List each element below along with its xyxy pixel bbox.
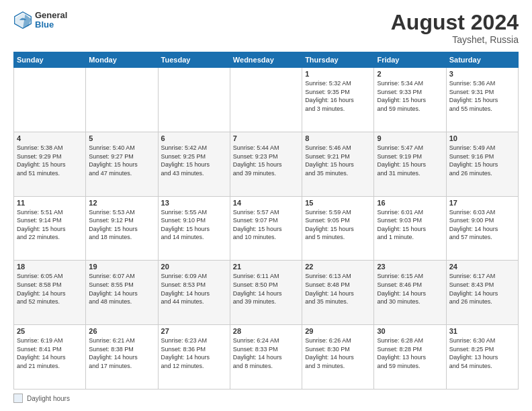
day-info: Sunrise: 5:51 AM Sunset: 9:14 PM Dayligh…	[17, 208, 83, 242]
calendar-header-row: Sunday Monday Tuesday Wednesday Thursday…	[14, 52, 519, 68]
day-info: Sunrise: 6:05 AM Sunset: 8:58 PM Dayligh…	[17, 272, 83, 306]
day-number: 4	[17, 134, 83, 142]
table-cell: 19Sunrise: 6:07 AM Sunset: 8:55 PM Dayli…	[86, 261, 158, 325]
table-cell: 5Sunrise: 5:40 AM Sunset: 9:27 PM Daylig…	[86, 132, 158, 196]
day-info: Sunrise: 5:49 AM Sunset: 9:16 PM Dayligh…	[449, 144, 515, 177]
table-cell: 20Sunrise: 6:09 AM Sunset: 8:53 PM Dayli…	[158, 261, 230, 325]
table-cell: 10Sunrise: 5:49 AM Sunset: 9:16 PM Dayli…	[446, 132, 518, 196]
day-number: 15	[305, 199, 371, 207]
table-cell	[14, 68, 86, 132]
day-number: 23	[377, 263, 443, 271]
table-cell: 13Sunrise: 5:55 AM Sunset: 9:10 PM Dayli…	[158, 196, 230, 261]
title-block: August 2024 Tayshet, Russia	[391, 11, 519, 45]
table-cell: 2Sunrise: 5:34 AM Sunset: 9:33 PM Daylig…	[374, 68, 446, 132]
table-cell: 29Sunrise: 6:26 AM Sunset: 8:30 PM Dayli…	[302, 325, 374, 390]
table-cell: 22Sunrise: 6:13 AM Sunset: 8:48 PM Dayli…	[302, 261, 374, 325]
table-cell	[230, 68, 302, 132]
table-cell: 8Sunrise: 5:46 AM Sunset: 9:21 PM Daylig…	[302, 132, 374, 196]
table-cell: 28Sunrise: 6:24 AM Sunset: 8:33 PM Dayli…	[230, 325, 302, 390]
day-info: Sunrise: 5:57 AM Sunset: 9:07 PM Dayligh…	[233, 208, 299, 242]
calendar-row-2: 4Sunrise: 5:38 AM Sunset: 9:29 PM Daylig…	[14, 132, 519, 196]
logo-general: General	[35, 11, 67, 20]
table-cell: 21Sunrise: 6:11 AM Sunset: 8:50 PM Dayli…	[230, 261, 302, 325]
day-number: 27	[161, 327, 227, 335]
day-number: 7	[233, 134, 299, 142]
day-info: Sunrise: 5:44 AM Sunset: 9:23 PM Dayligh…	[233, 144, 299, 177]
day-info: Sunrise: 6:13 AM Sunset: 8:48 PM Dayligh…	[305, 272, 371, 306]
table-cell: 18Sunrise: 6:05 AM Sunset: 8:58 PM Dayli…	[14, 261, 86, 325]
table-cell: 9Sunrise: 5:47 AM Sunset: 9:19 PM Daylig…	[374, 132, 446, 196]
calendar-row-5: 25Sunrise: 6:19 AM Sunset: 8:41 PM Dayli…	[14, 325, 519, 390]
table-cell: 6Sunrise: 5:42 AM Sunset: 9:25 PM Daylig…	[158, 132, 230, 196]
day-info: Sunrise: 6:03 AM Sunset: 9:00 PM Dayligh…	[449, 208, 515, 242]
day-info: Sunrise: 5:55 AM Sunset: 9:10 PM Dayligh…	[161, 208, 227, 242]
month-year-title: August 2024	[391, 11, 519, 34]
day-info: Sunrise: 6:15 AM Sunset: 8:46 PM Dayligh…	[377, 272, 443, 306]
day-number: 12	[89, 199, 154, 207]
day-info: Sunrise: 6:07 AM Sunset: 8:55 PM Dayligh…	[89, 272, 154, 306]
location-subtitle: Tayshet, Russia	[391, 34, 519, 45]
day-info: Sunrise: 6:11 AM Sunset: 8:50 PM Dayligh…	[233, 272, 299, 306]
day-number: 24	[449, 263, 515, 271]
day-number: 30	[377, 327, 443, 335]
day-info: Sunrise: 5:46 AM Sunset: 9:21 PM Dayligh…	[305, 144, 371, 177]
day-info: Sunrise: 6:23 AM Sunset: 8:36 PM Dayligh…	[161, 336, 227, 370]
logo: General Blue	[13, 11, 67, 30]
col-header-saturday: Saturday	[446, 52, 518, 68]
day-number: 22	[305, 263, 371, 271]
calendar-table: Sunday Monday Tuesday Wednesday Thursday…	[13, 52, 519, 390]
day-info: Sunrise: 6:19 AM Sunset: 8:41 PM Dayligh…	[17, 336, 83, 370]
table-cell	[158, 68, 230, 132]
day-number: 18	[17, 263, 83, 271]
day-number: 20	[161, 263, 227, 271]
calendar-row-4: 18Sunrise: 6:05 AM Sunset: 8:58 PM Dayli…	[14, 261, 519, 325]
table-cell: 14Sunrise: 5:57 AM Sunset: 9:07 PM Dayli…	[230, 196, 302, 261]
day-number: 13	[161, 199, 227, 207]
logo-text-block: General Blue	[35, 11, 67, 30]
logo-blue: Blue	[35, 20, 67, 30]
table-cell: 23Sunrise: 6:15 AM Sunset: 8:46 PM Dayli…	[374, 261, 446, 325]
day-number: 1	[305, 70, 371, 78]
col-header-monday: Monday	[86, 52, 158, 68]
day-info: Sunrise: 6:24 AM Sunset: 8:33 PM Dayligh…	[233, 336, 299, 370]
table-cell: 15Sunrise: 5:59 AM Sunset: 9:05 PM Dayli…	[302, 196, 374, 261]
day-info: Sunrise: 6:17 AM Sunset: 8:43 PM Dayligh…	[449, 272, 515, 306]
day-info: Sunrise: 5:34 AM Sunset: 9:33 PM Dayligh…	[377, 79, 443, 113]
day-number: 5	[89, 134, 154, 142]
page: General Blue August 2024 Tayshet, Russia…	[0, 0, 532, 411]
table-cell: 3Sunrise: 5:36 AM Sunset: 9:31 PM Daylig…	[446, 68, 518, 132]
table-cell: 30Sunrise: 6:28 AM Sunset: 8:28 PM Dayli…	[374, 325, 446, 390]
day-info: Sunrise: 5:40 AM Sunset: 9:27 PM Dayligh…	[89, 144, 154, 177]
table-cell: 25Sunrise: 6:19 AM Sunset: 8:41 PM Dayli…	[14, 325, 86, 390]
day-number: 29	[305, 327, 371, 335]
day-number: 26	[89, 327, 154, 335]
day-number: 17	[449, 199, 515, 207]
table-cell: 17Sunrise: 6:03 AM Sunset: 9:00 PM Dayli…	[446, 196, 518, 261]
calendar-row-1: 1Sunrise: 5:32 AM Sunset: 9:35 PM Daylig…	[14, 68, 519, 132]
col-header-friday: Friday	[374, 52, 446, 68]
table-cell	[86, 68, 158, 132]
table-cell: 11Sunrise: 5:51 AM Sunset: 9:14 PM Dayli…	[14, 196, 86, 261]
day-number: 31	[449, 327, 515, 335]
daylight-indicator	[13, 394, 23, 403]
day-number: 19	[89, 263, 154, 271]
table-cell: 31Sunrise: 6:30 AM Sunset: 8:25 PM Dayli…	[446, 325, 518, 390]
table-cell: 1Sunrise: 5:32 AM Sunset: 9:35 PM Daylig…	[302, 68, 374, 132]
day-info: Sunrise: 5:59 AM Sunset: 9:05 PM Dayligh…	[305, 208, 371, 242]
day-info: Sunrise: 6:28 AM Sunset: 8:28 PM Dayligh…	[377, 336, 443, 370]
day-number: 9	[377, 134, 443, 142]
day-info: Sunrise: 6:09 AM Sunset: 8:53 PM Dayligh…	[161, 272, 227, 306]
day-number: 28	[233, 327, 299, 335]
day-info: Sunrise: 6:26 AM Sunset: 8:30 PM Dayligh…	[305, 336, 371, 370]
table-cell: 26Sunrise: 6:21 AM Sunset: 8:38 PM Dayli…	[86, 325, 158, 390]
col-header-thursday: Thursday	[302, 52, 374, 68]
table-cell: 27Sunrise: 6:23 AM Sunset: 8:36 PM Dayli…	[158, 325, 230, 390]
table-cell: 4Sunrise: 5:38 AM Sunset: 9:29 PM Daylig…	[14, 132, 86, 196]
day-number: 16	[377, 199, 443, 207]
generalblue-logo-icon	[13, 11, 32, 30]
day-info: Sunrise: 5:36 AM Sunset: 9:31 PM Dayligh…	[449, 79, 515, 113]
col-header-tuesday: Tuesday	[158, 52, 230, 68]
daylight-label: Daylight hours	[27, 395, 70, 402]
day-number: 11	[17, 199, 83, 207]
day-number: 6	[161, 134, 227, 142]
